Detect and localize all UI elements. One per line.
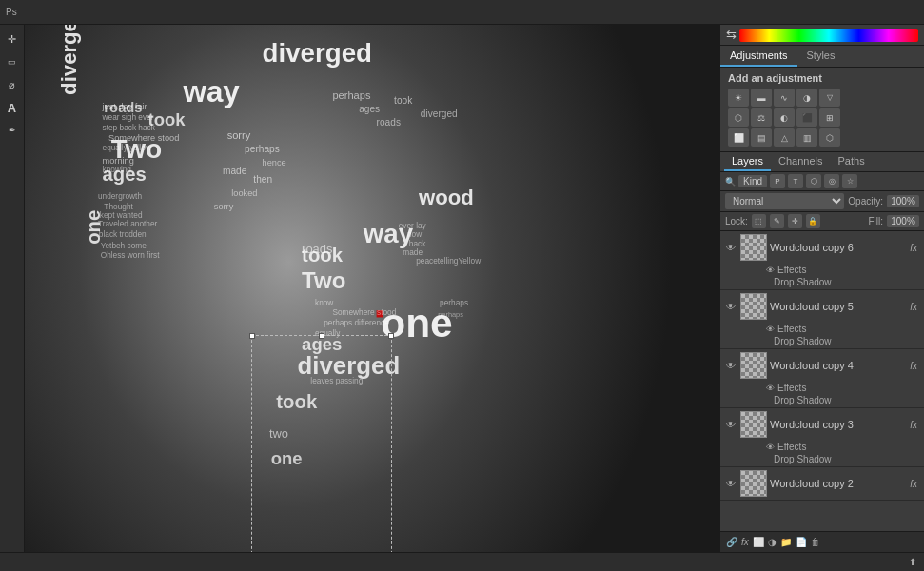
tab-layers[interactable]: Layers [724, 152, 771, 171]
tab-styles[interactable]: Styles [797, 46, 845, 67]
effect-name-6-1: Effects [777, 265, 806, 275]
layer-thumb-3 [740, 411, 767, 438]
layer-visibility-3[interactable]: 👁 [724, 418, 737, 431]
gradient-strip[interactable] [739, 29, 918, 42]
blend-mode-select[interactable]: Normal [725, 193, 844, 209]
adj-invert-icon[interactable]: ⬜ [728, 128, 749, 147]
adj-hsl-icon[interactable]: ⬡ [728, 108, 749, 127]
layer-name-3: Wordcloud copy 3 [770, 419, 904, 430]
layer-item-4: 👁 Wordcloud copy 4 fx 👁 Effects Drop Sha… [720, 349, 924, 408]
layers-trash-icon[interactable]: 🗑 [811, 537, 820, 547]
layer-thumb-6 [740, 234, 767, 261]
effect-dropshadow-6: Drop Shadow [762, 276, 924, 289]
kind-label[interactable]: Kind [738, 175, 767, 187]
adj-gradient-icon[interactable]: ▥ [796, 128, 817, 147]
filter-icon-2[interactable]: T [788, 174, 803, 188]
tab-paths[interactable]: Paths [831, 152, 873, 171]
adj-vibrance-icon[interactable]: ▽ [819, 89, 840, 107]
layer-fx-6[interactable]: fx [907, 241, 920, 255]
layer-main-row-5[interactable]: 👁 Wordcloud copy 5 fx [720, 290, 924, 323]
canvas-bg [25, 25, 719, 552]
layers-link-icon[interactable]: 🔗 [726, 537, 737, 547]
tool-lasso[interactable]: ⌀ [2, 74, 23, 95]
adj-styles-tabs: Adjustments Styles [720, 46, 924, 68]
adj-brightness-icon[interactable]: ☀ [728, 89, 749, 107]
layers-mask-icon[interactable]: ⬜ [753, 537, 764, 547]
adj-levels-icon[interactable]: ▬ [751, 89, 772, 107]
effect-effects-3: 👁 Effects [762, 441, 924, 453]
layer-effects-4: 👁 Effects Drop Shadow [720, 382, 924, 407]
effect-name-4-1: Effects [777, 383, 806, 393]
tool-type[interactable]: A [2, 97, 23, 118]
kind-filter-row: 🔍 Kind P T ⬡ ◎ ☆ [720, 172, 924, 191]
tool-pen[interactable]: ✒ [2, 120, 23, 141]
layer-item-5: 👁 Wordcloud copy 5 fx 👁 Effects Drop Sha… [720, 290, 924, 349]
lock-icon-1[interactable]: ⬚ [752, 214, 766, 228]
adj-colorbal-icon[interactable]: ⚖ [751, 108, 772, 127]
lock-icon-4[interactable]: 🔒 [806, 214, 820, 228]
opacity-value[interactable]: 100% [887, 195, 919, 207]
right-panel: ⇆ Adjustments Styles Add an adjustment ☀… [719, 25, 924, 552]
layers-adj-icon[interactable]: ◑ [768, 537, 777, 547]
top-toolbar: Ps [0, 0, 924, 25]
tab-channels[interactable]: Channels [771, 152, 830, 171]
lock-label: Lock: [725, 216, 748, 226]
effect-dropshadow-4: Drop Shadow [762, 394, 924, 407]
filter-icon-3[interactable]: ⬡ [806, 174, 821, 188]
tool-move[interactable]: ✛ [2, 29, 23, 49]
layer-thumb-2 [740, 470, 767, 497]
adj-threshold-icon[interactable]: △ [774, 128, 795, 147]
expand-icon[interactable]: ⬆ [909, 557, 916, 567]
tab-adjustments[interactable]: Adjustments [720, 46, 797, 67]
layer-visibility-4[interactable]: 👁 [724, 359, 737, 372]
lock-icon-2[interactable]: ✎ [770, 214, 784, 228]
main-content: ✛ ▭ ⌀ A ✒ diverged diverged way took Two… [0, 25, 924, 552]
adj-bw-icon[interactable]: ◐ [774, 108, 795, 127]
color-mode-icon[interactable]: ⇆ [726, 28, 737, 42]
layer-item-2: 👁 Wordcloud copy 2 fx [720, 467, 924, 501]
layers-fx-icon[interactable]: fx [741, 537, 749, 547]
adj-curves-icon[interactable]: ∿ [774, 89, 795, 107]
adj-icons-row-2: ⬡ ⚖ ◐ ⬛ ⊞ [728, 108, 916, 127]
layer-fx-5[interactable]: fx [907, 300, 920, 314]
effect-name-5-1: Effects [777, 324, 806, 334]
adj-exposure-icon[interactable]: ◑ [796, 89, 817, 107]
layer-fx-4[interactable]: fx [907, 359, 920, 373]
layer-main-row-6[interactable]: 👁 Wordcloud copy 6 fx [720, 231, 924, 264]
adj-selective-icon[interactable]: ⬡ [819, 128, 840, 147]
effect-visibility-icon-3-1[interactable]: 👁 [766, 443, 775, 452]
adj-posterize-icon[interactable]: ▤ [751, 128, 772, 147]
canvas-area: diverged diverged way took Two ages one … [25, 25, 719, 552]
app-container: Ps ✛ ▭ ⌀ A ✒ diverged diverged way took … [0, 0, 924, 571]
effect-visibility-icon-6-1[interactable]: 👁 [766, 266, 775, 275]
layer-visibility-5[interactable]: 👁 [724, 300, 737, 313]
filter-icon-1[interactable]: P [770, 174, 785, 188]
effect-visibility-icon-5-1[interactable]: 👁 [766, 325, 775, 334]
layer-name-2: Wordcloud copy 2 [770, 478, 904, 489]
effect-visibility-icon-4-1[interactable]: 👁 [766, 384, 775, 393]
layer-effects-5: 👁 Effects Drop Shadow [720, 323, 924, 348]
layer-main-row-4[interactable]: 👁 Wordcloud copy 4 fx [720, 349, 924, 382]
filter-icon-5[interactable]: ☆ [842, 174, 857, 188]
layers-new-icon[interactable]: 📄 [796, 537, 807, 547]
layer-main-row-3[interactable]: 👁 Wordcloud copy 3 fx [720, 408, 924, 441]
adj-channel-icon[interactable]: ⊞ [819, 108, 840, 127]
layer-name-5: Wordcloud copy 5 [770, 301, 904, 312]
layer-fx-3[interactable]: fx [907, 418, 920, 432]
layer-main-row-2[interactable]: 👁 Wordcloud copy 2 fx [720, 467, 924, 500]
tool-select[interactable]: ▭ [2, 51, 23, 72]
layers-folder-icon[interactable]: 📁 [780, 537, 792, 547]
layer-visibility-6[interactable]: 👁 [724, 241, 737, 254]
adj-icons-row-1: ☀ ▬ ∿ ◑ ▽ [728, 89, 916, 107]
effect-dropshadow-name-4: Drop Shadow [774, 395, 832, 405]
adj-photofilter-icon[interactable]: ⬛ [796, 108, 817, 127]
lock-icon-3[interactable]: ✛ [788, 214, 802, 228]
effect-effects-6: 👁 Effects [762, 264, 924, 276]
filter-icon-4[interactable]: ◎ [824, 174, 839, 188]
layer-visibility-2[interactable]: 👁 [724, 477, 737, 490]
fill-value[interactable]: 100% [887, 215, 919, 227]
layer-fx-2[interactable]: fx [907, 477, 920, 491]
app-menu: Ps [6, 7, 17, 17]
layer-list: 👁 Wordcloud copy 6 fx 👁 Effects Drop Sha… [720, 231, 924, 531]
opacity-label: Opacity: [848, 196, 883, 207]
